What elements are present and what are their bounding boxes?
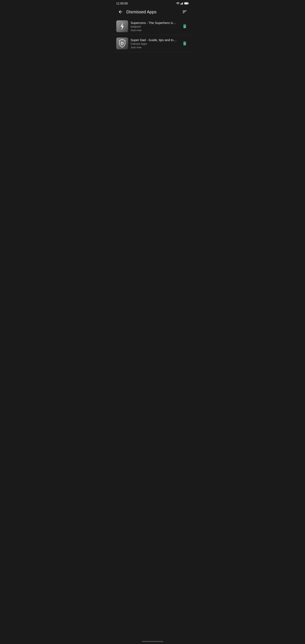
status-icons bbox=[176, 2, 189, 5]
superdad-icon-svg: D bbox=[116, 38, 128, 49]
status-time: 11:00:00 bbox=[116, 2, 128, 5]
sort-button[interactable] bbox=[180, 8, 189, 16]
delete-button-superdad[interactable] bbox=[180, 39, 189, 48]
app-name-supercons: Supercons - The Superhero Icon Pack bbox=[131, 21, 178, 24]
app-developer-superdad: Clanrye Apps bbox=[131, 42, 178, 45]
svg-rect-3 bbox=[182, 3, 182, 4]
svg-rect-4 bbox=[182, 2, 183, 5]
supercons-icon-svg bbox=[116, 20, 128, 32]
list-item[interactable]: D Super Dad - Guide, tips and tools for … bbox=[113, 35, 192, 52]
svg-rect-6 bbox=[188, 3, 188, 4]
wifi-icon bbox=[176, 2, 180, 5]
back-arrow-icon bbox=[118, 9, 123, 14]
app-list: Supercons - The Superhero Icon Pack badp… bbox=[113, 18, 192, 52]
delete-icon-supercons bbox=[182, 24, 187, 29]
delete-icon-superdad bbox=[182, 41, 187, 46]
app-name-superdad: Super Dad - Guide, tips and tools for ne… bbox=[131, 38, 178, 42]
app-info-supercons: Supercons - The Superhero Icon Pack badp… bbox=[128, 21, 180, 32]
status-bar: 11:00:00 bbox=[113, 0, 192, 6]
page-title: Dismissed Apps bbox=[125, 10, 180, 14]
battery-icon bbox=[184, 2, 189, 5]
app-developer-supercons: badpixel bbox=[131, 25, 178, 28]
list-item[interactable]: Supercons - The Superhero Icon Pack badp… bbox=[113, 18, 192, 35]
signal-icon bbox=[180, 2, 184, 5]
toolbar: Dismissed Apps bbox=[113, 6, 192, 18]
app-time-supercons: Just now bbox=[131, 28, 178, 32]
svg-rect-2 bbox=[181, 3, 182, 4]
svg-text:D: D bbox=[121, 41, 124, 46]
svg-rect-7 bbox=[184, 2, 188, 4]
app-time-superdad: Just now bbox=[131, 46, 178, 49]
svg-rect-1 bbox=[180, 4, 181, 4]
app-icon-supercons bbox=[116, 20, 128, 32]
app-info-superdad: Super Dad - Guide, tips and tools for ne… bbox=[128, 38, 180, 49]
app-icon-superdad: D bbox=[116, 38, 128, 49]
svg-point-0 bbox=[178, 4, 178, 5]
delete-button-supercons[interactable] bbox=[180, 22, 189, 30]
sort-icon bbox=[182, 9, 187, 14]
back-button[interactable] bbox=[116, 8, 125, 16]
